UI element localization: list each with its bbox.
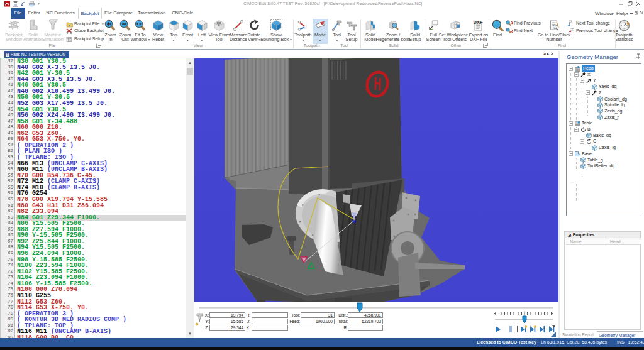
svg-text:DXF: DXF	[473, 19, 482, 25]
svg-text:z: z	[543, 325, 545, 329]
